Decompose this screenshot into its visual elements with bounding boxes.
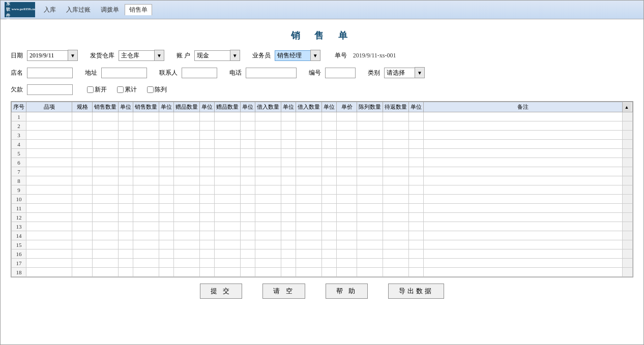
- table-cell[interactable]: [215, 121, 241, 131]
- table-cell[interactable]: [159, 204, 174, 213]
- submit-button[interactable]: 提 交: [200, 284, 242, 299]
- table-cell[interactable]: [296, 149, 322, 158]
- table-cell[interactable]: [93, 149, 119, 158]
- table-cell[interactable]: [26, 204, 72, 213]
- table-cell[interactable]: [200, 131, 215, 140]
- table-cell[interactable]: [409, 140, 424, 149]
- table-row[interactable]: 15: [12, 240, 633, 249]
- table-cell[interactable]: [296, 222, 322, 231]
- table-row[interactable]: 12: [12, 213, 633, 222]
- table-cell[interactable]: [383, 121, 409, 131]
- table-cell[interactable]: [255, 158, 281, 167]
- table-cell[interactable]: [255, 121, 281, 131]
- table-cell[interactable]: [72, 131, 93, 140]
- table-cell[interactable]: [424, 213, 623, 222]
- table-cell[interactable]: [409, 176, 424, 185]
- table-cell[interactable]: [72, 176, 93, 185]
- table-cell[interactable]: [424, 222, 623, 231]
- table-cell[interactable]: [322, 268, 337, 277]
- table-cell[interactable]: [133, 222, 159, 231]
- table-row[interactable]: 8: [12, 176, 633, 185]
- table-cell[interactable]: [337, 231, 357, 240]
- table-cell[interactable]: [409, 222, 424, 231]
- date-dropdown-arrow[interactable]: ▼: [68, 50, 78, 61]
- table-cell[interactable]: [93, 240, 119, 249]
- table-cell[interactable]: [119, 131, 133, 140]
- table-cell[interactable]: [296, 231, 322, 240]
- table-cell[interactable]: [409, 231, 424, 240]
- tab-sales[interactable]: 销售单: [125, 4, 152, 15]
- table-cell[interactable]: [383, 167, 409, 176]
- table-cell[interactable]: [296, 121, 322, 131]
- table-cell[interactable]: [133, 259, 159, 268]
- table-cell[interactable]: [215, 240, 241, 249]
- table-cell[interactable]: [409, 158, 424, 167]
- table-cell[interactable]: [174, 185, 200, 195]
- table-cell[interactable]: [159, 185, 174, 195]
- table-cell[interactable]: [281, 240, 296, 249]
- table-cell[interactable]: [409, 112, 424, 121]
- salesperson-dropdown-arrow[interactable]: ▼: [310, 50, 320, 61]
- table-cell[interactable]: [255, 149, 281, 158]
- table-cell[interactable]: [26, 149, 72, 158]
- table-cell[interactable]: [174, 268, 200, 277]
- table-cell[interactable]: [215, 268, 241, 277]
- table-cell[interactable]: [72, 259, 93, 268]
- table-cell[interactable]: [133, 185, 159, 195]
- table-cell[interactable]: [72, 149, 93, 158]
- table-cell[interactable]: [383, 195, 409, 204]
- table-cell[interactable]: [424, 131, 623, 140]
- table-cell[interactable]: [424, 259, 623, 268]
- table-cell[interactable]: [296, 195, 322, 204]
- table-cell[interactable]: [409, 185, 424, 195]
- table-cell[interactable]: [93, 204, 119, 213]
- table-cell[interactable]: [383, 204, 409, 213]
- table-cell[interactable]: [424, 204, 623, 213]
- table-cell[interactable]: [281, 112, 296, 121]
- table-cell[interactable]: [200, 222, 215, 231]
- table-cell[interactable]: [26, 259, 72, 268]
- table-cell[interactable]: [255, 240, 281, 249]
- table-cell[interactable]: [215, 167, 241, 176]
- table-cell[interactable]: [119, 259, 133, 268]
- table-cell[interactable]: [424, 249, 623, 259]
- table-cell[interactable]: [357, 195, 383, 204]
- table-cell[interactable]: [215, 140, 241, 149]
- table-cell[interactable]: [26, 213, 72, 222]
- table-cell[interactable]: [93, 222, 119, 231]
- table-cell[interactable]: [357, 222, 383, 231]
- table-cell[interactable]: [322, 149, 337, 158]
- table-cell[interactable]: [357, 131, 383, 140]
- table-cell[interactable]: [383, 268, 409, 277]
- table-cell[interactable]: [255, 140, 281, 149]
- table-cell[interactable]: [93, 185, 119, 195]
- table-cell[interactable]: [322, 158, 337, 167]
- table-cell[interactable]: [357, 140, 383, 149]
- table-cell[interactable]: [383, 213, 409, 222]
- table-cell[interactable]: [174, 231, 200, 240]
- table-cell[interactable]: [200, 240, 215, 249]
- table-cell[interactable]: [119, 112, 133, 121]
- table-cell[interactable]: [357, 231, 383, 240]
- table-row[interactable]: 5: [12, 149, 633, 158]
- table-cell[interactable]: [93, 195, 119, 204]
- contact-input[interactable]: [182, 68, 217, 78]
- table-cell[interactable]: [119, 140, 133, 149]
- table-cell[interactable]: [409, 167, 424, 176]
- table-cell[interactable]: [241, 249, 255, 259]
- table-cell[interactable]: [241, 268, 255, 277]
- table-cell[interactable]: [255, 131, 281, 140]
- table-cell[interactable]: [174, 249, 200, 259]
- table-cell[interactable]: [26, 249, 72, 259]
- table-cell[interactable]: [383, 259, 409, 268]
- table-cell[interactable]: [174, 176, 200, 185]
- table-cell[interactable]: [255, 249, 281, 259]
- table-cell[interactable]: [383, 176, 409, 185]
- table-cell[interactable]: [200, 158, 215, 167]
- table-cell[interactable]: [215, 112, 241, 121]
- table-cell[interactable]: [322, 222, 337, 231]
- table-cell[interactable]: [159, 222, 174, 231]
- table-row[interactable]: 6: [12, 158, 633, 167]
- phone-input[interactable]: [246, 68, 297, 78]
- table-cell[interactable]: [200, 112, 215, 121]
